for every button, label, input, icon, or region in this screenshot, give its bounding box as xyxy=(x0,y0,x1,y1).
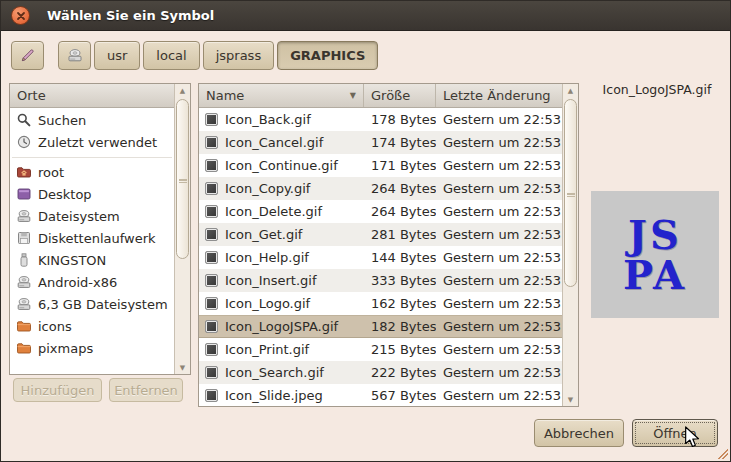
image-file-icon xyxy=(205,320,218,333)
drive-icon xyxy=(16,296,32,312)
image-file-icon xyxy=(205,251,218,264)
file-modified: Gestern um 22:53 xyxy=(436,177,562,200)
file-row[interactable]: Icon_Delete.gif264 BytesGestern um 22:53 xyxy=(199,200,562,223)
file-row[interactable]: Icon_Help.gif144 BytesGestern um 22:53 xyxy=(199,246,562,269)
file-name: Icon_Slide.jpeg xyxy=(225,388,323,403)
file-name: Icon_Delete.gif xyxy=(225,204,322,219)
file-row[interactable]: Icon_Print.gif215 BytesGestern um 22:53 xyxy=(199,338,562,361)
image-file-icon xyxy=(205,274,218,287)
file-name-cell: Icon_Continue.gif xyxy=(199,154,364,177)
sidebar-item-dateisystem[interactable]: Dateisystem xyxy=(10,205,174,227)
titlebar: Wählen Sie ein Symbol xyxy=(1,1,730,31)
file-name-cell: Icon_LogoJSPA.gif xyxy=(199,316,364,337)
sidebar-item-pixmaps[interactable]: pixmaps xyxy=(10,337,174,359)
resize-grip[interactable] xyxy=(715,446,729,460)
file-size: 264 Bytes xyxy=(364,177,436,200)
file-row[interactable]: Icon_Slide.jpeg567 BytesGestern um 22:53 xyxy=(199,384,562,406)
column-header-name[interactable]: Name ▼ xyxy=(199,84,364,107)
file-row[interactable]: Icon_Search.gif222 BytesGestern um 22:53 xyxy=(199,361,562,384)
scroll-up-icon[interactable]: ▲ xyxy=(175,84,190,97)
breadcrumb-local[interactable]: local xyxy=(143,41,199,70)
sidebar-item-suchen[interactable]: Suchen xyxy=(10,109,174,131)
sidebar-item-label: icons xyxy=(38,319,72,334)
scroll-down-icon[interactable]: ▼ xyxy=(175,361,190,374)
file-name: Icon_Copy.gif xyxy=(225,181,310,196)
sidebar-item-zuletzt-verwendet[interactable]: Zuletzt verwendet xyxy=(10,131,174,153)
desktop-icon xyxy=(16,186,32,202)
file-row[interactable]: Icon_Back.gif178 BytesGestern um 22:53 xyxy=(199,108,562,131)
preview-filename: Icon_LogoJSPA.gif xyxy=(586,82,728,97)
file-row[interactable]: Icon_Cancel.gif174 BytesGestern um 22:53 xyxy=(199,131,562,154)
breadcrumb-graphics[interactable]: GRAPHICS xyxy=(277,41,378,70)
file-row-selected[interactable]: Icon_LogoJSPA.gif182 BytesGestern um 22:… xyxy=(199,315,562,338)
file-modified: Gestern um 22:53 xyxy=(436,131,562,154)
sidebar-item-6-3-gb-dateisystem[interactable]: 6,3 GB Dateisystem xyxy=(10,293,174,315)
file-name: Icon_Help.gif xyxy=(225,250,309,265)
file-size: 333 Bytes xyxy=(364,269,436,292)
path-bar: usrlocaljsprassGRAPHICS xyxy=(11,40,381,70)
file-row[interactable]: Icon_Insert.gif333 BytesGestern um 22:53 xyxy=(199,269,562,292)
file-name-cell: Icon_Copy.gif xyxy=(199,177,364,200)
file-list-scrollbar[interactable]: ▲ ▼ xyxy=(562,84,578,406)
drive-icon xyxy=(16,274,32,290)
file-modified: Gestern um 22:53 xyxy=(436,246,562,269)
window-title: Wählen Sie ein Symbol xyxy=(47,8,214,23)
breadcrumb-usr[interactable]: usr xyxy=(94,41,140,70)
file-name-cell: Icon_Print.gif xyxy=(199,338,364,361)
places-scrollbar[interactable]: ▲ ▼ xyxy=(174,84,190,374)
cancel-button[interactable]: Abbrechen xyxy=(534,419,624,447)
places-header-label: Orte xyxy=(17,88,46,103)
file-name: Icon_LogoJSPA.gif xyxy=(225,319,338,334)
file-name: Icon_Back.gif xyxy=(225,112,311,127)
sidebar-item-label: Dateisystem xyxy=(38,209,120,224)
image-file-icon xyxy=(205,159,218,172)
sidebar-item-diskettenlaufwerk[interactable]: Diskettenlaufwerk xyxy=(10,227,174,249)
file-name-cell: Icon_Logo.gif xyxy=(199,292,364,315)
file-scroll-thumb[interactable] xyxy=(564,99,577,287)
sidebar-item-label: Diskettenlaufwerk xyxy=(38,231,156,246)
drive-icon xyxy=(16,208,32,224)
scroll-up-icon[interactable]: ▲ xyxy=(563,84,578,97)
file-row[interactable]: Icon_Copy.gif264 BytesGestern um 22:53 xyxy=(199,177,562,200)
floppy-icon xyxy=(16,230,32,246)
sidebar-item-kingston[interactable]: KINGSTON xyxy=(10,249,174,271)
type-location-button[interactable] xyxy=(11,41,44,70)
file-name-cell: Icon_Help.gif xyxy=(199,246,364,269)
sidebar-item-root[interactable]: root xyxy=(10,161,174,183)
file-name: Icon_Print.gif xyxy=(225,342,309,357)
file-name-cell: Icon_Get.gif xyxy=(199,223,364,246)
column-header-modified[interactable]: Letzte Änderung xyxy=(436,84,562,107)
add-place-button[interactable]: Hinzufügen xyxy=(13,378,102,402)
image-file-icon xyxy=(205,113,218,126)
places-separator xyxy=(12,153,172,158)
pencil-icon xyxy=(20,47,36,63)
file-name: Icon_Cancel.gif xyxy=(225,135,323,150)
image-file-icon xyxy=(205,343,218,356)
open-button[interactable]: Öffnen xyxy=(632,419,718,447)
breadcrumb-filesystem-root[interactable] xyxy=(58,41,91,70)
preview-image-line1: JS xyxy=(628,215,682,255)
breadcrumb-jsprass[interactable]: jsprass xyxy=(203,41,275,70)
column-header-size[interactable]: Größe xyxy=(364,84,436,107)
file-name-cell: Icon_Cancel.gif xyxy=(199,131,364,154)
sidebar-item-android-x86[interactable]: Android-x86 xyxy=(10,271,174,293)
file-name-cell: Icon_Back.gif xyxy=(199,108,364,131)
file-name-cell: Icon_Slide.jpeg xyxy=(199,384,364,406)
file-size: 264 Bytes xyxy=(364,200,436,223)
sidebar-item-desktop[interactable]: Desktop xyxy=(10,183,174,205)
breadcrumb-list: usrlocaljsprassGRAPHICS xyxy=(94,41,381,70)
remove-place-button[interactable]: Entfernen xyxy=(109,378,183,402)
file-size: 222 Bytes xyxy=(364,361,436,384)
places-scroll-thumb[interactable] xyxy=(176,99,189,259)
file-row[interactable]: Icon_Logo.gif162 BytesGestern um 22:53 xyxy=(199,292,562,315)
scroll-down-icon[interactable]: ▼ xyxy=(563,393,578,406)
sidebar-item-icons[interactable]: icons xyxy=(10,315,174,337)
clock-icon xyxy=(16,134,32,150)
search-icon xyxy=(16,112,32,128)
file-modified: Gestern um 22:53 xyxy=(436,338,562,361)
places-header[interactable]: Orte xyxy=(10,84,174,108)
file-row[interactable]: Icon_Continue.gif171 BytesGestern um 22:… xyxy=(199,154,562,177)
close-button[interactable] xyxy=(11,6,30,25)
sort-descending-icon: ▼ xyxy=(344,91,356,100)
file-row[interactable]: Icon_Get.gif281 BytesGestern um 22:53 xyxy=(199,223,562,246)
